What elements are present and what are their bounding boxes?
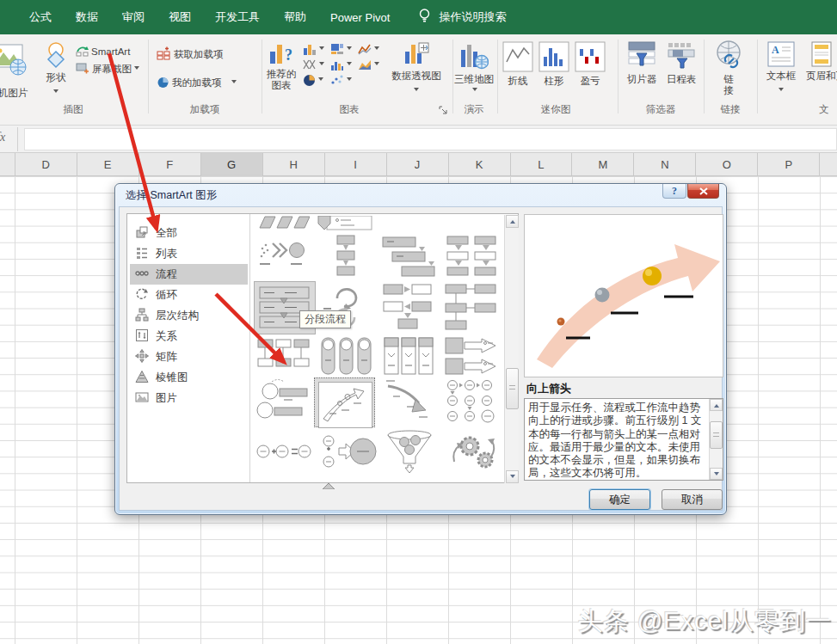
- screenshot-button[interactable]: 屏幕截图: [76, 62, 139, 77]
- column-header-N[interactable]: N: [634, 153, 696, 176]
- tab-developer[interactable]: 开发工具: [203, 0, 272, 34]
- column-headers: D E F G H I J K L M N O P: [0, 153, 837, 176]
- category-process[interactable]: 流程: [130, 264, 248, 285]
- group-label-filters: 筛选器: [619, 103, 702, 115]
- sparkline-winloss-button[interactable]: 盈亏: [574, 41, 606, 87]
- category-cycle[interactable]: 循环: [130, 285, 248, 305]
- dialog-title[interactable]: 选择 SmartArt 图形: [126, 184, 217, 206]
- smartart-thumbnail[interactable]: [381, 336, 436, 379]
- my-addins-button[interactable]: 我的加载项: [157, 76, 237, 90]
- smartart-thumbnail[interactable]: [444, 235, 499, 281]
- category-relationship[interactable]: 关系: [130, 326, 248, 347]
- column-header-E[interactable]: E: [77, 153, 139, 176]
- column-header-P[interactable]: P: [758, 153, 820, 176]
- recommended-charts-button[interactable]: ? 推荐的图表: [262, 41, 300, 91]
- tab-help[interactable]: 帮助: [272, 0, 318, 34]
- smartart-thumbnail-upward-arrow[interactable]: [314, 377, 375, 427]
- timeline-button[interactable]: 日程表: [662, 41, 700, 85]
- header-footer-button[interactable]: 页眉和页: [802, 41, 837, 82]
- tab-formulas[interactable]: 公式: [17, 0, 64, 34]
- get-addins-button[interactable]: 获取加载项: [157, 46, 224, 62]
- charts-dialog-launcher[interactable]: [439, 103, 448, 119]
- dropdown-icon: [374, 46, 379, 52]
- insert-scatter-chart-button[interactable]: [330, 74, 352, 86]
- smartart-thumbnail[interactable]: [444, 429, 502, 479]
- tab-view[interactable]: 视图: [157, 0, 203, 34]
- category-all[interactable]: 全部: [130, 223, 248, 243]
- smartart-thumbnail-partial[interactable]: [323, 477, 335, 493]
- smartart-thumbnail[interactable]: [381, 429, 440, 479]
- description-scroll-down-button[interactable]: [710, 468, 723, 480]
- category-pyramid[interactable]: 棱锥图: [130, 367, 248, 388]
- description-scrollbar-thumb[interactable]: [710, 421, 723, 449]
- formula-input[interactable]: [24, 128, 837, 150]
- smartart-thumbnail[interactable]: [444, 377, 499, 429]
- smartart-thumbnail[interactable]: [318, 336, 373, 379]
- tab-review[interactable]: 审阅: [110, 0, 157, 34]
- smartart-thumbnail-partial[interactable]: [317, 216, 373, 235]
- smartart-thumbnail[interactable]: [256, 377, 311, 429]
- smartart-thumbnail[interactable]: [444, 283, 499, 334]
- gallery-scroll-down-button[interactable]: [506, 470, 519, 483]
- tab-power-pivot[interactable]: Power Pivot: [318, 0, 402, 34]
- category-hierarchy[interactable]: 层次结构: [130, 305, 248, 326]
- smartart-thumbnail[interactable]: [256, 235, 311, 281]
- category-picture[interactable]: 图片: [130, 388, 248, 408]
- gallery-scrollbar-thumb[interactable]: [506, 368, 519, 409]
- insert-column-chart-button[interactable]: [303, 43, 324, 55]
- formula-bar: fx: [0, 126, 837, 153]
- shapes-button[interactable]: 形状: [38, 41, 74, 101]
- column-header-I[interactable]: I: [325, 153, 387, 176]
- tell-me-search[interactable]: 操作说明搜索: [437, 0, 518, 34]
- insert-bar-chart-button[interactable]: [330, 58, 352, 71]
- insert-line-chart-button[interactable]: [358, 43, 379, 55]
- smartart-thumbnail[interactable]: [318, 235, 373, 281]
- insert-pie-chart-button[interactable]: [303, 74, 323, 87]
- column-header-O[interactable]: O: [696, 153, 758, 176]
- smartart-thumbnail[interactable]: [381, 235, 436, 281]
- column-header-D[interactable]: D: [15, 153, 77, 176]
- column-header-G[interactable]: G: [201, 153, 263, 178]
- smartart-thumbnail[interactable]: [256, 336, 311, 379]
- column-header-K[interactable]: K: [449, 153, 511, 176]
- smartart-thumbnail[interactable]: [381, 377, 436, 429]
- dialog-close-button[interactable]: [687, 184, 719, 199]
- insert-stock-chart-button[interactable]: [303, 58, 324, 71]
- smartart-button[interactable]: SmartArt: [76, 45, 130, 58]
- insert-hierarchy-chart-button[interactable]: [330, 43, 352, 55]
- pivotchart-button[interactable]: 数据透视图: [384, 41, 449, 97]
- 3d-map-button[interactable]: 三维地图: [454, 41, 494, 96]
- upward-arrow-preview-graphic: [525, 365, 723, 379]
- insert-area-chart-button[interactable]: [358, 58, 379, 71]
- column-header-partial[interactable]: [820, 153, 837, 176]
- description-scrollbar: [709, 399, 723, 480]
- category-list-type[interactable]: 列表: [130, 243, 248, 264]
- smartart-thumbnail[interactable]: [381, 283, 436, 334]
- column-header-M[interactable]: M: [572, 153, 634, 176]
- column-header-J[interactable]: J: [387, 153, 449, 176]
- ok-button[interactable]: 确定: [589, 489, 650, 510]
- online-pictures-button[interactable]: 机图片: [0, 88, 38, 99]
- column-header-H[interactable]: H: [263, 153, 325, 176]
- category-matrix[interactable]: 矩阵: [130, 347, 248, 367]
- sparkline-column-button[interactable]: 柱形: [538, 41, 570, 87]
- smartart-thumbnail[interactable]: [255, 432, 313, 475]
- smartart-thumbnail[interactable]: [318, 429, 377, 479]
- cancel-button[interactable]: 取消: [662, 489, 723, 510]
- column-header-L[interactable]: L: [511, 153, 573, 176]
- smartart-thumbnail-partial[interactable]: [256, 216, 310, 233]
- column-header-F[interactable]: F: [139, 153, 201, 176]
- dialog-help-button[interactable]: ?: [662, 184, 686, 199]
- insert-function-button[interactable]: fx: [0, 131, 14, 148]
- tab-data[interactable]: 数据: [64, 0, 110, 34]
- textbox-button[interactable]: A 文本框: [762, 41, 800, 97]
- gallery-scroll-up-button[interactable]: [506, 215, 519, 228]
- category-list: 全部 列表 流程 循环: [127, 214, 250, 482]
- smartart-thumbnail[interactable]: [444, 336, 499, 379]
- description-scroll-up-button[interactable]: [710, 399, 723, 411]
- slicer-button[interactable]: 切片器: [623, 41, 661, 85]
- sparkline-line-button[interactable]: 折线: [502, 41, 534, 87]
- sparkline-column-label: 柱形: [538, 76, 570, 87]
- link-button[interactable]: 链接: [709, 38, 748, 96]
- column-header-partial[interactable]: [0, 153, 15, 176]
